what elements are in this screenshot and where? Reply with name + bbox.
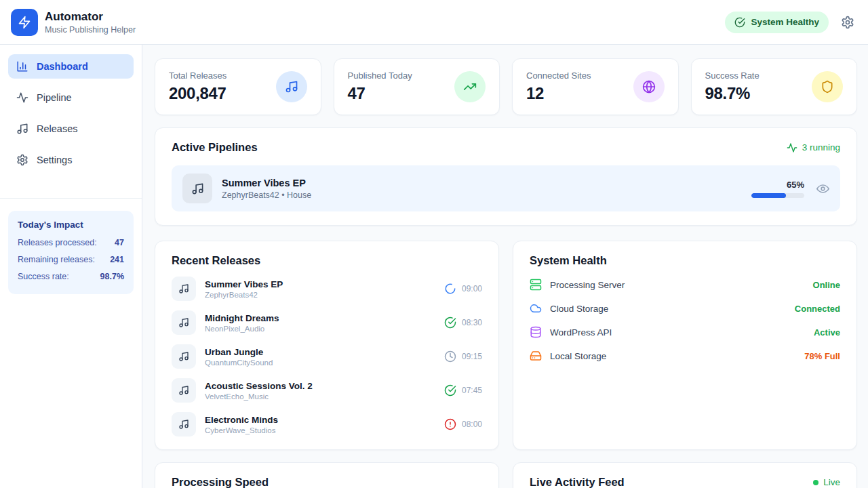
release-time: 07:45: [462, 386, 482, 395]
health-row: Local Storage 78% Full: [530, 350, 840, 362]
release-artist: CyberWave_Studios: [205, 426, 444, 434]
live-indicator: Live: [813, 477, 840, 487]
release-title: Acoustic Sessions Vol. 2: [205, 381, 444, 391]
release-item[interactable]: Summer Vibes EP ZephyrBeats42 09:00: [172, 277, 482, 301]
music-icon: [276, 71, 307, 102]
loader-icon: [444, 283, 456, 295]
impact-label: Remaining releases:: [18, 255, 95, 264]
release-title: Summer Vibes EP: [205, 279, 444, 289]
live-activity-title: Live Activity Feed: [530, 476, 625, 488]
release-meta: Electronic Minds CyberWave_Studios: [205, 415, 444, 434]
system-health-card: System Health Processing Server Online C…: [513, 241, 857, 450]
impact-row: Success rate: 98.7%: [18, 272, 124, 281]
bottom-grid: Processing Speed Average Speed 847 MB/mi…: [155, 462, 857, 488]
health-status: Connected: [795, 304, 840, 314]
release-meta: Urban Jungle QuantumCitySound: [205, 347, 444, 367]
stat-label: Success Rate: [705, 70, 760, 81]
release-title: Urban Jungle: [205, 347, 444, 357]
release-item[interactable]: Electronic Minds CyberWave_Studios 08:00: [172, 412, 482, 436]
sidebar-item-settings[interactable]: Settings: [8, 148, 134, 172]
sidebar-label-dashboard: Dashboard: [37, 61, 88, 72]
impact-row: Remaining releases: 241: [18, 255, 124, 264]
stat-text: Total Releases 200,847: [169, 70, 226, 103]
impact-row: Releases processed: 47: [18, 238, 124, 247]
music-note-icon: [172, 378, 196, 403]
stat-card-success-rate: Success Rate 98.7%: [691, 58, 858, 115]
app-title: Automator: [45, 10, 136, 24]
shield-icon: [812, 71, 843, 102]
middle-grid: Recent Releases Summer Vibes EP ZephyrBe…: [155, 241, 857, 450]
release-item[interactable]: Urban Jungle QuantumCitySound 09:15: [172, 344, 482, 369]
release-artist: VelvetEcho_Music: [205, 392, 444, 401]
stat-label: Published Today: [348, 70, 412, 81]
active-pipelines-card: Active Pipelines 3 running Summer Vibes …: [155, 127, 857, 226]
release-item[interactable]: Midnight Dreams NeonPixel_Audio 08:30: [172, 310, 482, 335]
release-artist: NeonPixel_Audio: [205, 325, 444, 333]
music-note-icon: [172, 310, 196, 335]
eye-icon: [816, 182, 829, 195]
health-label: WordPress API: [550, 327, 814, 338]
pipeline-progress: 65%: [751, 180, 804, 198]
bar-chart-icon: [16, 60, 28, 73]
release-title: Midnight Dreams: [205, 313, 444, 323]
app-subtitle: Music Publishing Helper: [45, 25, 136, 35]
sidebar-label-releases: Releases: [37, 123, 77, 134]
app-root: Automator Music Publishing Helper System…: [0, 0, 868, 488]
clock-icon: [444, 350, 456, 363]
sidebar-label-pipeline: Pipeline: [37, 92, 72, 103]
stat-value: 12: [526, 84, 591, 103]
running-count: 3 running: [787, 142, 840, 153]
progress-track: [751, 193, 804, 198]
pipeline-row: Summer Vibes EP ZephyrBeats42 • House 65…: [172, 165, 840, 211]
database-icon: [530, 326, 542, 338]
release-time: 09:00: [462, 284, 482, 293]
settings-gear-button[interactable]: [841, 16, 854, 29]
impact-label: Releases processed:: [18, 238, 97, 247]
check-circle-icon: [444, 317, 456, 329]
release-status: 09:00: [444, 283, 482, 295]
sidebar-label-settings: Settings: [37, 155, 72, 165]
stat-card-total-releases: Total Releases 200,847: [155, 58, 321, 115]
stat-value: 200,847: [169, 84, 226, 103]
sidebar-item-dashboard[interactable]: Dashboard: [8, 54, 134, 79]
globe-icon: [633, 71, 665, 102]
release-time: 08:30: [462, 318, 482, 327]
release-artist: QuantumCitySound: [205, 359, 444, 367]
gear-icon: [841, 16, 854, 29]
brand: Automator Music Publishing Helper: [11, 9, 136, 36]
release-status: 07:45: [444, 384, 482, 396]
health-status: Active: [814, 327, 840, 338]
stat-value: 47: [348, 84, 412, 103]
cloud-icon: [530, 302, 542, 314]
stat-text: Success Rate 98.7%: [705, 70, 760, 103]
pipeline-meta: Summer Vibes EP ZephyrBeats42 • House: [222, 178, 751, 200]
live-activity-header: Live Activity Feed Live: [530, 476, 840, 488]
progress-percent: 65%: [787, 180, 804, 190]
impact-value: 98.7%: [100, 272, 124, 281]
release-item[interactable]: Acoustic Sessions Vol. 2 VelvetEcho_Musi…: [172, 378, 482, 403]
health-row: Processing Server Online: [530, 279, 840, 291]
stat-card-connected-sites: Connected Sites 12: [512, 58, 679, 115]
processing-speed-title: Processing Speed: [172, 476, 482, 488]
top-header: Automator Music Publishing Helper System…: [0, 0, 868, 45]
health-row: WordPress API Active: [530, 326, 840, 338]
todays-impact-panel: Today's Impact Releases processed: 47 Re…: [8, 211, 134, 294]
check-circle-icon: [734, 17, 745, 28]
health-status: 78% Full: [804, 351, 840, 361]
system-health-label: System Healthy: [751, 17, 819, 27]
alert-circle-icon: [444, 418, 456, 430]
sidebar-item-releases[interactable]: Releases: [8, 117, 134, 141]
release-meta: Acoustic Sessions Vol. 2 VelvetEcho_Musi…: [205, 381, 444, 401]
release-meta: Summer Vibes EP ZephyrBeats42: [205, 279, 444, 299]
view-pipeline-button[interactable]: [816, 182, 829, 195]
brand-text: Automator Music Publishing Helper: [45, 10, 136, 35]
stat-text: Published Today 47: [348, 70, 412, 103]
live-activity-card: Live Activity Feed Live: [513, 462, 857, 488]
stat-label: Total Releases: [169, 70, 226, 81]
gear-icon: [16, 154, 28, 166]
sidebar-item-pipeline[interactable]: Pipeline: [8, 85, 134, 110]
activity-icon: [16, 92, 28, 104]
active-pipelines-title: Active Pipelines: [172, 141, 258, 154]
zap-icon: [18, 16, 31, 29]
release-meta: Midnight Dreams NeonPixel_Audio: [205, 313, 444, 333]
